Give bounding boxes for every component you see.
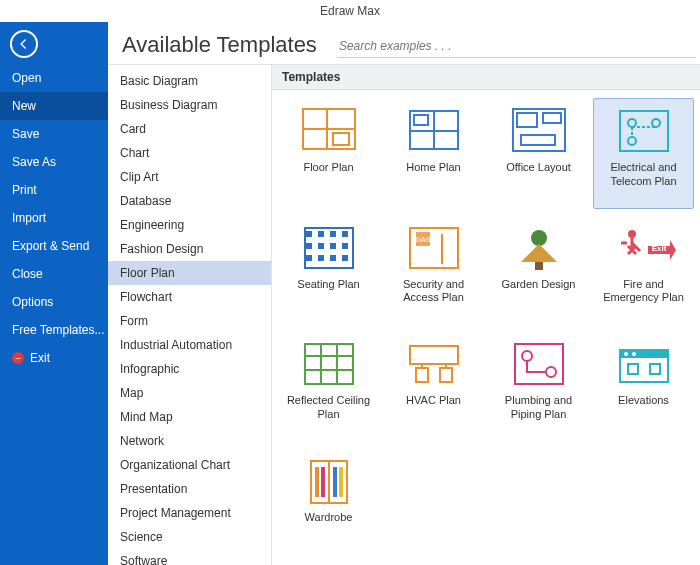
- svg-rect-3: [333, 133, 349, 145]
- wardrobe-icon: [297, 453, 361, 509]
- template-item[interactable]: Office Layout: [488, 98, 589, 209]
- svg-rect-19: [306, 255, 312, 261]
- floorplan-icon: [297, 103, 361, 159]
- category-item[interactable]: Business Diagram: [108, 93, 271, 117]
- office-icon: [507, 103, 571, 159]
- seating-icon: [297, 220, 361, 276]
- category-item[interactable]: Database: [108, 189, 271, 213]
- svg-point-57: [632, 352, 636, 356]
- sidebar-item-save[interactable]: Save: [0, 120, 108, 148]
- category-item[interactable]: Network: [108, 429, 271, 453]
- svg-rect-62: [333, 467, 337, 497]
- category-item[interactable]: Clip Art: [108, 165, 271, 189]
- category-item[interactable]: Flowchart: [108, 285, 271, 309]
- category-item[interactable]: Mind Map: [108, 405, 271, 429]
- template-label: Security and Access Plan: [386, 276, 481, 306]
- svg-rect-61: [321, 467, 325, 497]
- fire-icon: Exit: [612, 220, 676, 276]
- category-item[interactable]: Floor Plan: [108, 261, 271, 285]
- template-item[interactable]: Reflected Ceiling Plan: [278, 331, 379, 442]
- template-item[interactable]: ExitFire and Emergency Plan: [593, 215, 694, 326]
- template-item[interactable]: Plumbing and Piping Plan: [488, 331, 589, 442]
- content-area: Available Templates Basic DiagramBusines…: [108, 22, 700, 565]
- category-item[interactable]: Card: [108, 117, 271, 141]
- svg-point-15: [628, 137, 636, 145]
- template-label: HVAC Plan: [404, 392, 463, 420]
- category-item[interactable]: Engineering: [108, 213, 271, 237]
- back-button[interactable]: [10, 30, 38, 58]
- svg-text:GAS: GAS: [415, 236, 430, 243]
- hvac-icon: [402, 336, 466, 392]
- category-item[interactable]: Infographic: [108, 357, 271, 381]
- svg-rect-17: [306, 231, 312, 237]
- sidebar-item-save-as[interactable]: Save As: [0, 148, 108, 176]
- template-item[interactable]: Floor Plan: [278, 98, 379, 209]
- search-input[interactable]: [337, 35, 696, 58]
- svg-point-51: [546, 367, 556, 377]
- template-item[interactable]: HVAC Plan: [383, 331, 484, 442]
- category-list[interactable]: Basic DiagramBusiness DiagramCardChartCl…: [108, 65, 272, 565]
- category-item[interactable]: Chart: [108, 141, 271, 165]
- category-item[interactable]: Software: [108, 549, 271, 565]
- security-icon: GAS: [402, 220, 466, 276]
- category-item[interactable]: Form: [108, 309, 271, 333]
- template-item[interactable]: Elevations: [593, 331, 694, 442]
- templates-panel: Templates Floor PlanHome PlanOffice Layo…: [272, 65, 700, 565]
- svg-text:Exit: Exit: [651, 244, 666, 253]
- sidebar-item-close[interactable]: Close: [0, 260, 108, 288]
- svg-rect-23: [330, 231, 336, 237]
- category-item[interactable]: Science: [108, 525, 271, 549]
- svg-point-14: [652, 119, 660, 127]
- svg-rect-27: [342, 243, 348, 249]
- sidebar-item-options[interactable]: Options: [0, 288, 108, 316]
- svg-rect-26: [342, 231, 348, 237]
- svg-rect-25: [330, 255, 336, 261]
- sidebar-item-exit[interactable]: – Exit: [0, 344, 108, 372]
- svg-rect-54: [628, 364, 638, 374]
- category-item[interactable]: Project Management: [108, 501, 271, 525]
- templates-header: Templates: [272, 65, 700, 90]
- template-item[interactable]: Wardrobe: [278, 448, 379, 557]
- category-item[interactable]: Fashion Design: [108, 237, 271, 261]
- sidebar-item-new[interactable]: New: [0, 92, 108, 120]
- template-label: Wardrobe: [303, 509, 355, 537]
- svg-rect-22: [318, 255, 324, 261]
- template-label: Electrical and Telecom Plan: [596, 159, 691, 189]
- svg-rect-28: [342, 255, 348, 261]
- template-item[interactable]: GASSecurity and Access Plan: [383, 215, 484, 326]
- template-item[interactable]: Electrical and Telecom Plan: [593, 98, 694, 209]
- file-menu-sidebar: OpenNewSaveSave AsPrintImportExport & Se…: [0, 22, 108, 565]
- category-item[interactable]: Industrial Automation: [108, 333, 271, 357]
- category-item[interactable]: Map: [108, 381, 271, 405]
- svg-rect-20: [318, 231, 324, 237]
- garden-icon: [507, 220, 571, 276]
- sidebar-item-open[interactable]: Open: [0, 64, 108, 92]
- sidebar-item-free-templates[interactable]: Free Templates...: [0, 316, 108, 344]
- templates-grid: Floor PlanHome PlanOffice LayoutElectric…: [272, 90, 700, 565]
- template-item[interactable]: Seating Plan: [278, 215, 379, 326]
- svg-rect-45: [416, 368, 428, 382]
- svg-rect-18: [306, 243, 312, 249]
- plumbing-icon: [507, 336, 571, 392]
- category-item[interactable]: Presentation: [108, 477, 271, 501]
- sidebar-item-print[interactable]: Print: [0, 176, 108, 204]
- template-label: Fire and Emergency Plan: [596, 276, 691, 306]
- category-item[interactable]: Organizational Chart: [108, 453, 271, 477]
- svg-rect-11: [521, 135, 555, 145]
- arrow-left-icon: [17, 37, 31, 51]
- svg-marker-34: [521, 244, 557, 262]
- svg-rect-7: [414, 115, 428, 125]
- template-item[interactable]: Garden Design: [488, 215, 589, 326]
- category-item[interactable]: Basic Diagram: [108, 69, 271, 93]
- sidebar-item-export-send[interactable]: Export & Send: [0, 232, 108, 260]
- content-header: Available Templates: [108, 22, 700, 65]
- sidebar-item-label: Exit: [30, 351, 50, 365]
- homeplan-icon: [402, 103, 466, 159]
- svg-rect-55: [650, 364, 660, 374]
- sidebar-item-import[interactable]: Import: [0, 204, 108, 232]
- svg-rect-49: [515, 344, 563, 384]
- template-label: Garden Design: [500, 276, 578, 304]
- svg-rect-24: [330, 243, 336, 249]
- template-item[interactable]: Home Plan: [383, 98, 484, 209]
- svg-point-36: [628, 230, 636, 238]
